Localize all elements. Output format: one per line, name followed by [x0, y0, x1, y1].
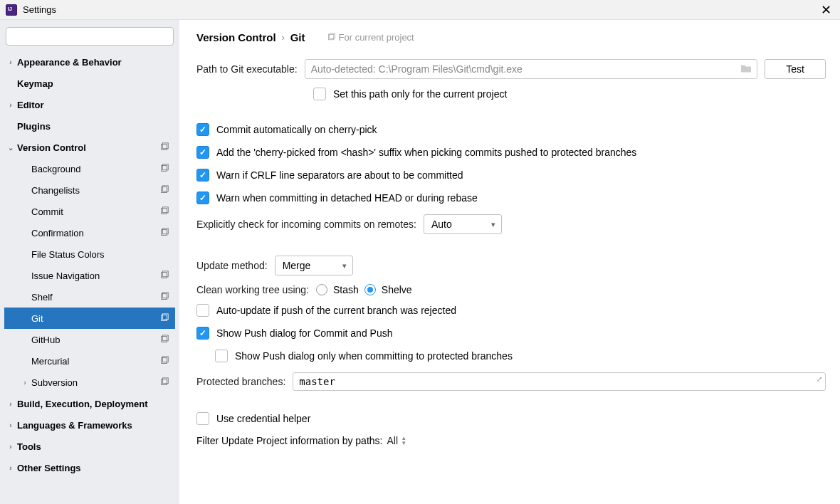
sidebar: ⌕▾ ›Appearance & BehaviorKeymap›EditorPl…	[0, 20, 179, 504]
project-scope-icon	[159, 271, 169, 280]
shelve-radio[interactable]	[364, 284, 376, 295]
tree-item-shelf[interactable]: Shelf	[4, 286, 175, 308]
auto-update-push-checkbox[interactable]	[196, 304, 209, 317]
tree-item-keymap[interactable]: Keymap	[4, 73, 175, 94]
svg-rect-4	[162, 187, 167, 193]
chevron-icon: ⌄	[4, 144, 17, 152]
project-scope-icon	[159, 292, 169, 302]
svg-rect-21	[162, 378, 168, 384]
tree-item-label: File Status Colors	[31, 249, 105, 260]
protected-branches-input[interactable]	[293, 372, 826, 391]
project-scope-icon	[159, 185, 169, 195]
filter-value[interactable]: All	[387, 435, 398, 446]
tree-item-build-execution-deployment[interactable]: ›Build, Execution, Deployment	[4, 393, 175, 414]
tree-item-appearance-behavior[interactable]: ›Appearance & Behavior	[4, 51, 175, 73]
folder-icon[interactable]	[740, 63, 752, 75]
expand-icon[interactable]: ⤢	[817, 375, 822, 383]
svg-rect-10	[162, 273, 167, 278]
cherry-pick-suffix-label: Add the 'cherry-picked from <hash>' suff…	[216, 147, 636, 158]
tree-item-version-control[interactable]: ⌄Version Control	[4, 137, 175, 158]
project-scope-icon	[159, 228, 169, 238]
project-scope-icon	[159, 335, 169, 345]
tree-item-other-settings[interactable]: ›Other Settings	[4, 457, 175, 478]
svg-rect-16	[162, 337, 167, 342]
warn-crlf-checkbox[interactable]	[196, 169, 209, 182]
svg-rect-11	[162, 271, 168, 277]
tree-item-background[interactable]: Background	[4, 158, 175, 179]
scope-tag: For current project	[327, 32, 414, 43]
svg-rect-14	[162, 315, 167, 321]
app-icon	[6, 4, 17, 16]
breadcrumb-part1[interactable]: Version Control	[196, 31, 276, 43]
tree-item-label: Plugins	[17, 121, 51, 132]
show-push-commit-label: Show Push dialog for Commit and Push	[216, 327, 392, 339]
tree-item-label: Background	[31, 164, 80, 174]
tree-item-mercurial[interactable]: Mercurial	[4, 350, 175, 372]
chevron-right-icon: ›	[282, 33, 285, 43]
tree-item-file-status-colors[interactable]: File Status Colors	[4, 243, 175, 265]
chevron-icon: ›	[19, 379, 31, 387]
svg-rect-20	[162, 379, 167, 385]
svg-rect-13	[162, 293, 168, 298]
project-scope-icon	[159, 164, 169, 174]
explicit-check-select[interactable]: Auto	[424, 214, 502, 234]
chevron-icon: ›	[4, 101, 17, 109]
warn-crlf-label: Warn if CRLF line separators are about t…	[216, 169, 463, 181]
set-path-current-checkbox[interactable]	[313, 88, 326, 100]
tree-item-commit[interactable]: Commit	[4, 201, 175, 222]
update-method-label: Update method:	[196, 260, 268, 271]
credential-helper-label: Use credential helper	[216, 413, 310, 424]
svg-rect-9	[162, 229, 168, 234]
tree-item-plugins[interactable]: Plugins	[4, 115, 175, 137]
tree-item-github[interactable]: GitHub	[4, 329, 175, 350]
stash-radio[interactable]	[316, 284, 327, 295]
chevron-icon: ›	[4, 421, 17, 429]
tree-item-label: Tools	[17, 441, 41, 452]
tree-item-label: GitHub	[31, 335, 60, 345]
tree-item-label: Confirmation	[31, 228, 84, 238]
git-path-input[interactable]	[305, 59, 757, 79]
tree-item-label: Build, Execution, Deployment	[17, 399, 147, 409]
tree-item-label: Commit	[31, 206, 63, 217]
cherry-pick-auto-checkbox[interactable]	[196, 123, 209, 136]
close-icon[interactable]: ✕	[818, 2, 834, 18]
tree-item-label: Other Settings	[17, 463, 81, 473]
update-method-select[interactable]: Merge	[275, 256, 353, 275]
project-scope-icon	[159, 377, 169, 387]
tree-item-label: Version Control	[17, 142, 86, 153]
search-input[interactable]	[6, 27, 174, 46]
sort-icon[interactable]: ▴▾	[402, 436, 406, 446]
project-scope-icon	[159, 356, 169, 366]
tree-item-editor[interactable]: ›Editor	[4, 94, 175, 115]
path-label: Path to Git executable:	[196, 63, 298, 75]
clean-tree-label: Clean working tree using:	[196, 284, 309, 295]
tree-item-label: Subversion	[31, 377, 78, 388]
tree-item-label: Mercurial	[31, 356, 69, 367]
show-push-protected-label: Show Push dialog only when committing to…	[235, 350, 513, 362]
tree-item-languages-frameworks[interactable]: ›Languages & Frameworks	[4, 414, 175, 436]
credential-helper-checkbox[interactable]	[196, 412, 209, 425]
svg-rect-2	[162, 166, 167, 172]
copy-icon	[327, 33, 336, 42]
settings-content: Version Control › Git For current projec…	[179, 20, 840, 504]
tree-item-confirmation[interactable]: Confirmation	[4, 222, 175, 243]
svg-rect-1	[162, 143, 168, 149]
stash-label: Stash	[333, 284, 359, 295]
breadcrumb-part2: Git	[290, 31, 305, 43]
tree-item-changelists[interactable]: Changelists	[4, 179, 175, 201]
chevron-icon: ›	[4, 443, 17, 451]
show-push-commit-checkbox[interactable]	[196, 327, 209, 340]
test-button[interactable]: Test	[765, 59, 826, 79]
tree-item-label: Keymap	[17, 78, 53, 89]
tree-item-issue-navigation[interactable]: Issue Navigation	[4, 265, 175, 286]
svg-rect-19	[162, 357, 168, 362]
cherry-pick-suffix-checkbox[interactable]	[196, 146, 209, 159]
warn-detached-checkbox[interactable]	[196, 191, 209, 204]
show-push-protected-checkbox[interactable]	[215, 350, 228, 362]
tree-item-tools[interactable]: ›Tools	[4, 436, 175, 457]
shelve-label: Shelve	[382, 284, 412, 295]
svg-rect-6	[162, 209, 167, 214]
tree-item-subversion[interactable]: ›Subversion	[4, 372, 175, 393]
set-path-current-label: Set this path only for the current proje…	[333, 88, 507, 100]
tree-item-git[interactable]: Git	[4, 308, 175, 329]
